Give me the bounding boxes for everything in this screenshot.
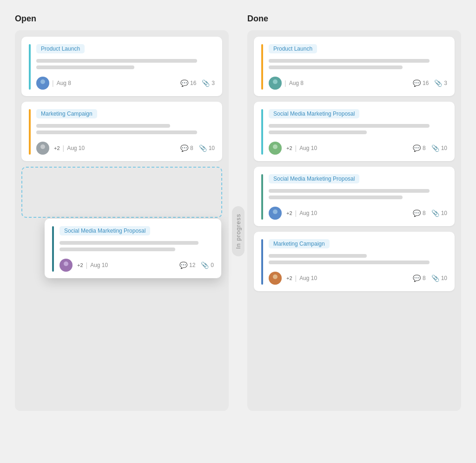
card-dragging-social-media[interactable]: Social Media Marketing Proposal +2 | xyxy=(45,219,221,278)
attachment-stat: 📎 3 xyxy=(434,79,447,87)
comment-count: 8 xyxy=(423,210,426,216)
divider: | xyxy=(295,209,297,217)
comment-stat: 💬 12 xyxy=(179,261,195,269)
card-line-1 xyxy=(269,254,367,258)
svg-point-2 xyxy=(40,144,45,149)
card-content: Marketing Campaign +2 | Aug 1 xyxy=(36,109,215,155)
comment-icon: 💬 xyxy=(180,144,188,152)
card-date: Aug 8 xyxy=(289,80,304,86)
svg-point-5 xyxy=(62,266,70,272)
clip-icon: 📎 xyxy=(434,79,442,87)
card-line-1 xyxy=(269,189,430,193)
card-line-2 xyxy=(269,196,403,199)
divider: | xyxy=(295,274,297,282)
card-tag: Social Media Marketing Proposal xyxy=(60,226,150,235)
card-accent xyxy=(261,44,263,90)
column-done-header: Done xyxy=(247,14,461,24)
footer-left: +2 | Aug 10 xyxy=(269,272,317,285)
card-accent xyxy=(261,109,263,155)
card-line-2 xyxy=(60,248,175,251)
card-line-1 xyxy=(36,59,197,63)
attachment-stat: 📎 0 xyxy=(201,261,214,269)
avatar-1 xyxy=(269,272,282,285)
card-content: Social Media Marketing Proposal +2 | xyxy=(269,174,447,220)
column-done-body: Product Launch | Aug 8 xyxy=(247,30,461,411)
card-open-product-launch[interactable]: Product Launch | Aug 8 xyxy=(21,37,222,96)
comment-count: 8 xyxy=(423,275,426,281)
card-footer: +2 | Aug 10 💬 12 📎 0 xyxy=(60,259,214,272)
svg-point-13 xyxy=(271,279,279,285)
drop-placeholder xyxy=(21,167,222,218)
column-open: Open Product Launch | Aug 8 xyxy=(15,14,229,432)
avatar xyxy=(36,77,49,90)
clip-icon: 📎 xyxy=(199,144,207,152)
card-accent xyxy=(261,239,263,285)
attachment-count: 10 xyxy=(441,275,447,281)
footer-right: 💬 8 📎 10 xyxy=(413,274,447,282)
avatar-plus: +2 xyxy=(54,145,60,151)
avatar-1 xyxy=(36,142,49,155)
card-line-1 xyxy=(36,124,170,128)
card-footer: +2 | Aug 10 💬 8 📎 10 xyxy=(269,207,447,220)
footer-left: +2 | Aug 10 xyxy=(269,142,317,155)
comment-count: 12 xyxy=(189,262,195,268)
card-tag: Marketing Campaign xyxy=(36,109,97,118)
footer-right: 💬 8 📎 10 xyxy=(413,144,447,152)
card-line-2 xyxy=(269,130,367,134)
svg-point-11 xyxy=(271,214,279,220)
column-open-body: Product Launch | Aug 8 xyxy=(15,30,229,411)
comment-icon: 💬 xyxy=(413,144,421,152)
card-tag: Social Media Marketing Proposal xyxy=(269,174,359,183)
card-done-social-green[interactable]: Social Media Marketing Proposal +2 | xyxy=(254,167,455,226)
avatar-stack xyxy=(269,142,282,155)
clip-icon: 📎 xyxy=(431,274,439,282)
card-date: Aug 8 xyxy=(57,80,71,86)
attachment-count: 3 xyxy=(444,80,447,86)
footer-left: | Aug 8 xyxy=(36,77,71,90)
comment-stat: 💬 8 xyxy=(413,144,426,152)
attachment-count: 10 xyxy=(441,145,447,151)
card-tag: Product Launch xyxy=(269,44,317,53)
card-accent xyxy=(52,226,54,272)
attachment-stat: 📎 10 xyxy=(431,209,447,217)
svg-point-3 xyxy=(39,149,47,155)
column-done: Done Product Launch | Aug 8 xyxy=(247,14,461,432)
avatar-stack xyxy=(269,272,282,285)
card-line-1 xyxy=(269,124,430,128)
avatar-stack xyxy=(60,259,73,272)
footer-left: +2 | Aug 10 xyxy=(60,259,108,272)
card-tag: Marketing Campaign xyxy=(269,239,330,248)
avatar-1 xyxy=(269,207,282,220)
comment-count: 8 xyxy=(190,145,193,151)
avatar-1 xyxy=(60,259,73,272)
clip-icon: 📎 xyxy=(431,209,439,217)
avatar-1 xyxy=(269,142,282,155)
svg-point-12 xyxy=(273,274,278,279)
divider: | xyxy=(284,79,286,87)
svg-point-4 xyxy=(64,261,68,266)
card-done-product-launch[interactable]: Product Launch | Aug 8 xyxy=(254,37,455,96)
footer-right: 💬 16 📎 3 xyxy=(180,79,215,87)
svg-point-8 xyxy=(273,144,278,149)
comment-count: 8 xyxy=(423,145,426,151)
comment-icon: 💬 xyxy=(179,261,187,269)
card-footer: +2 | Aug 10 💬 8 📎 10 xyxy=(36,142,215,155)
card-date: Aug 10 xyxy=(299,145,317,151)
card-done-marketing[interactable]: Marketing Campaign +2 | Aug 1 xyxy=(254,232,455,291)
attachment-count: 0 xyxy=(211,262,214,268)
card-done-social-teal[interactable]: Social Media Marketing Proposal +2 | xyxy=(254,102,455,161)
svg-point-0 xyxy=(40,79,45,84)
attachment-stat: 📎 10 xyxy=(431,144,447,152)
footer-right: 💬 16 📎 3 xyxy=(413,79,447,87)
card-open-marketing[interactable]: Marketing Campaign +2 | Aug 1 xyxy=(21,102,222,161)
card-accent xyxy=(29,44,31,90)
card-date: Aug 10 xyxy=(90,262,108,268)
divider: | xyxy=(63,144,65,152)
avatar xyxy=(269,77,282,90)
svg-point-7 xyxy=(271,84,279,90)
clip-icon: 📎 xyxy=(202,79,210,87)
comment-stat: 💬 16 xyxy=(413,79,429,87)
comment-stat: 💬 8 xyxy=(413,274,426,282)
card-footer: +2 | Aug 10 💬 8 📎 10 xyxy=(269,142,447,155)
card-date: Aug 10 xyxy=(299,210,317,216)
